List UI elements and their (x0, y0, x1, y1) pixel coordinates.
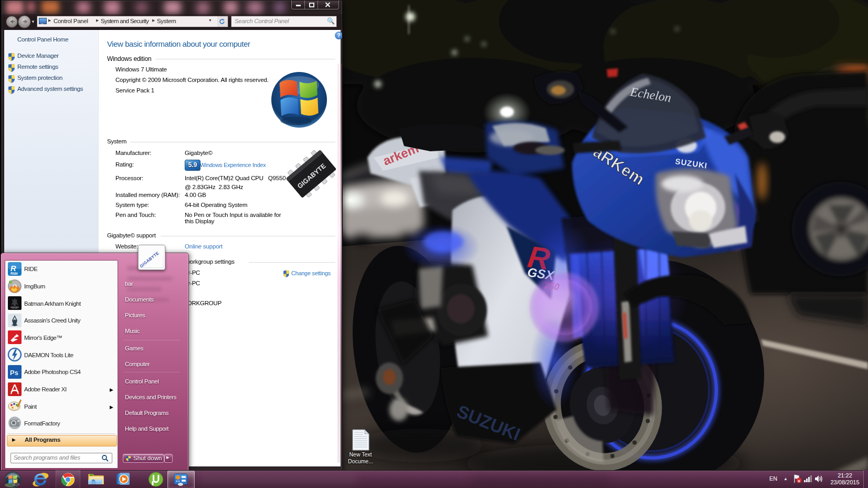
svg-text:Ride: Ride (10, 272, 18, 275)
svg-text:x: x (798, 479, 800, 483)
svg-text:Ps: Ps (10, 369, 18, 377)
